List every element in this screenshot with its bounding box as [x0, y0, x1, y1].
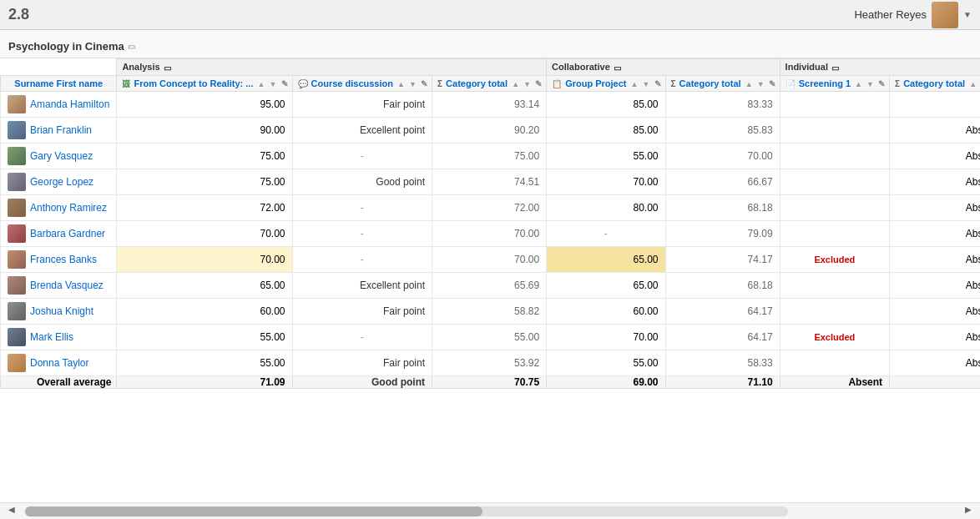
category-total-cell: 75.00 [432, 144, 547, 169]
course-disc-cell[interactable]: - [292, 247, 432, 273]
category-total-cell: 53.92 [432, 350, 547, 376]
course-disc-cell[interactable]: - [292, 195, 432, 221]
cat-total2-sort-asc[interactable]: ▲ [745, 80, 753, 88]
gp-edit-icon[interactable]: ✎ [654, 79, 661, 88]
scrollbar-thumb[interactable] [25, 506, 482, 516]
horizontal-scrollbar[interactable]: ◀ ▶ [0, 502, 980, 519]
screening-edit-icon[interactable]: ✎ [878, 79, 885, 88]
student-name-link[interactable]: Gary Vasquez [30, 150, 93, 162]
from-concept-edit-icon[interactable]: ✎ [281, 79, 288, 88]
group-project-cell[interactable]: - [547, 221, 665, 247]
course-disc-sort-desc[interactable]: ▼ [409, 80, 417, 88]
student-name-link[interactable]: George Lopez [30, 176, 93, 188]
screening-sort-asc[interactable]: ▲ [855, 80, 862, 88]
from-concept-cell[interactable]: 72.00 [117, 195, 292, 221]
course-disc-col-header[interactable]: 💬 Course discussion ▲ ▼ ✎ [292, 75, 432, 92]
group-project-cell[interactable]: 70.00 [547, 169, 665, 195]
from-concept-sort-asc[interactable]: ▲ [258, 80, 265, 88]
gp-sort-desc[interactable]: ▼ [643, 80, 650, 88]
cat-total2-icon: Σ [671, 79, 676, 88]
cat-total-sort-desc[interactable]: ▼ [523, 80, 531, 88]
from-concept-cell[interactable]: 70.00 [117, 247, 292, 273]
screening-col-header[interactable]: 📄 Screening 1 ▲ ▼ ✎ [780, 75, 889, 92]
excluded-cell [780, 299, 889, 325]
gp-sort-asc[interactable]: ▲ [631, 80, 639, 88]
name-col-header[interactable]: Surname First name [1, 75, 117, 92]
course-collapse-icon[interactable]: ▭ [128, 42, 135, 51]
from-concept-cell[interactable]: 55.00 [117, 350, 292, 376]
group-project-cell[interactable]: 60.00 [547, 299, 665, 325]
grade-table-wrapper[interactable]: Analysis ▭ Collaborative ▭ Individual ▭ … [0, 58, 980, 502]
course-disc-cell[interactable]: - [292, 144, 432, 169]
cat-total3-col-header[interactable]: Σ Category total ▲ ▼ ✎ [890, 75, 980, 92]
cat-total3-sort-asc[interactable]: ▲ [969, 80, 977, 88]
from-concept-cell[interactable]: 90.00 [117, 118, 292, 144]
group-project-cell[interactable]: 55.00 [547, 350, 665, 376]
from-concept-cell[interactable]: 60.00 [117, 299, 292, 325]
scrollbar-track[interactable] [25, 506, 788, 516]
student-avatar [8, 199, 26, 217]
course-disc-cell[interactable]: Fair point [292, 299, 432, 325]
from-concept-sort-desc[interactable]: ▼ [270, 80, 277, 88]
group-project-cell[interactable]: 55.00 [547, 144, 665, 169]
cat-total2-sort-desc[interactable]: ▼ [757, 80, 765, 88]
table-row: Amanda Hamilton .com95.00Fair point93.14… [1, 92, 981, 118]
category-total2-cell: 79.09 [665, 221, 780, 247]
student-name-link[interactable]: Mark Ellis [30, 331, 73, 343]
student-name-link[interactable]: Barbara Gardner [30, 228, 105, 239]
from-concept-col-header[interactable]: 🖼 From Concept to Reality: ... ▲ ▼ ✎ [117, 75, 292, 92]
course-disc-cell[interactable]: Good point [292, 169, 432, 195]
group-project-cell[interactable]: 80.00 [547, 195, 665, 221]
screening-sort-desc[interactable]: ▼ [866, 80, 874, 88]
from-concept-cell[interactable]: 70.00 [117, 221, 292, 247]
student-name-link[interactable]: Anthony Ramirez [30, 202, 107, 214]
group-project-col-header[interactable]: 📋 Group Project ▲ ▼ ✎ [547, 75, 665, 92]
category-total2-cell: 83.33 [665, 92, 780, 118]
student-name-link[interactable]: Brian Franklin [30, 124, 92, 136]
footer-row: Overall average 71.09 Good point 70.75 6… [1, 376, 981, 389]
category-total2-cell: 85.83 [665, 118, 780, 144]
course-disc-cell[interactable]: Excellent point [292, 118, 432, 144]
course-disc-cell[interactable]: - [292, 325, 432, 350]
group-project-cell[interactable]: 85.00 [547, 92, 665, 118]
scroll-left-arrow[interactable]: ◀ [8, 505, 15, 514]
from-concept-cell[interactable]: 95.00 [117, 92, 292, 118]
course-disc-edit-icon[interactable]: ✎ [421, 79, 427, 88]
cat-total2-edit-icon[interactable]: ✎ [769, 79, 775, 88]
group-project-cell[interactable]: 70.00 [547, 325, 665, 350]
user-name: Heather Reyes [854, 8, 927, 21]
student-name-link[interactable]: Donna Taylor [30, 357, 89, 369]
student-name-cell: Barbara Gardner [1, 221, 117, 247]
student-name-link[interactable]: Frances Banks [30, 254, 97, 265]
from-concept-cell[interactable]: 75.00 [117, 144, 292, 169]
from-concept-cell[interactable]: 65.00 [117, 273, 292, 299]
screening-cell: Absent [890, 169, 980, 195]
course-disc-cell[interactable]: - [292, 221, 432, 247]
avatar-image [932, 2, 958, 28]
indiv-collapse-icon[interactable]: ▭ [831, 63, 839, 73]
screening-cell: Absent [890, 118, 980, 144]
course-disc-cell[interactable]: Fair point [292, 92, 432, 118]
student-name-link[interactable]: Joshua Knight [30, 305, 93, 317]
analysis-collapse-icon[interactable]: ▭ [164, 63, 171, 73]
student-name-link[interactable]: Brenda Vasquez [30, 280, 104, 291]
course-disc-cell[interactable]: Excellent point [292, 273, 432, 299]
column-header-row: Surname First name 🖼 From Concept to Rea… [1, 75, 981, 92]
cat-total-edit-icon[interactable]: ✎ [535, 79, 542, 88]
student-name-link[interactable]: Amanda Hamilton [30, 98, 109, 110]
group-project-cell[interactable]: 65.00 [547, 273, 665, 299]
course-disc-cell[interactable]: Fair point [292, 350, 432, 376]
from-concept-cell[interactable]: 55.00 [117, 325, 292, 350]
from-concept-cell[interactable]: 75.00 [117, 169, 292, 195]
user-dropdown-arrow[interactable]: ▼ [963, 10, 972, 19]
course-disc-sort-asc[interactable]: ▲ [397, 80, 405, 88]
footer-cat-total: 70.75 [432, 376, 547, 389]
collab-collapse-icon[interactable]: ▭ [614, 63, 621, 73]
group-project-cell[interactable]: 65.00 [547, 247, 665, 273]
table-row: Barbara Gardner n70.00-70.00-79.09Absent… [1, 221, 981, 247]
cat-total2-col-header[interactable]: Σ Category total ▲ ▼ ✎ [665, 75, 780, 92]
cat-total-col-header[interactable]: Σ Category total ▲ ▼ ✎ [432, 75, 547, 92]
group-project-cell[interactable]: 85.00 [547, 118, 665, 144]
cat-total-sort-asc[interactable]: ▲ [512, 80, 519, 88]
scroll-right-arrow[interactable]: ▶ [965, 505, 972, 514]
